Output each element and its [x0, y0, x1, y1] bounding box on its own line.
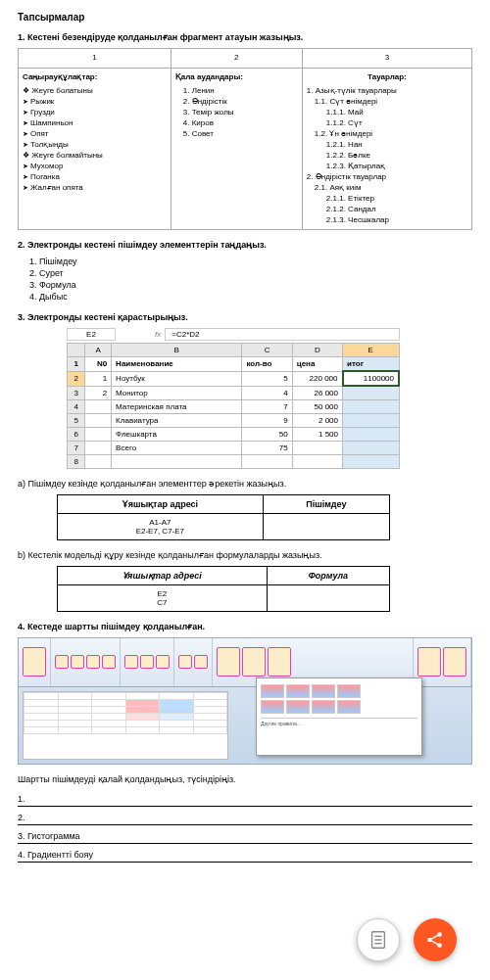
col2-content: Қала аудандары: 1. Ленин 2. Өндірістік 3…	[171, 69, 302, 230]
page-title: Тапсырмалар	[18, 12, 472, 23]
task2-list: 1. Пішімдеу 2. Сурет 3. Формула 4. Дыбыс	[18, 256, 472, 303]
task3a-heading: а) Пішімдеу кезінде қолданылған элементт…	[18, 479, 472, 489]
document-button[interactable]	[357, 918, 400, 961]
task4-footer: Шартты пішімдеуді қалай қолдандыңыз, түс…	[18, 774, 472, 784]
task1-heading: 1. Кестені безендіруде қолданылған фрагм…	[18, 32, 472, 42]
document-icon	[368, 929, 389, 951]
share-button[interactable]	[414, 918, 457, 961]
task1-table: 1 2 3 Саңырауқұлақтар: Жеуге болатыны Ры…	[18, 48, 472, 230]
excel-grid: A B C D E 1 N0 Наименование кол-во цена …	[67, 343, 400, 469]
svg-line-8	[431, 941, 437, 945]
svg-point-4	[427, 938, 432, 943]
svg-line-7	[431, 935, 437, 939]
col1-content: Саңырауқұлақтар: Жеуге болатыны Рыжик Гр…	[19, 69, 172, 230]
svg-point-5	[437, 932, 442, 937]
excel-app-screenshot: Другие правила...	[18, 637, 472, 765]
share-icon	[424, 929, 446, 951]
cell-reference: E2	[67, 328, 116, 341]
conditional-format-popup: Другие правила...	[256, 677, 422, 756]
fx-icon: fx	[155, 330, 161, 339]
task4-heading: 4. Кестеде шартты пішімдеу қолданылған.	[18, 622, 472, 631]
answer-lines: 1. 2. 3. Гистограмма 4. Градиентті бояу	[18, 792, 472, 863]
formula-bar: =C2*D2	[165, 328, 400, 341]
task3b-table: Ұяшықтар адресі Формула Е2 С7	[57, 566, 390, 612]
col3-num: 3	[302, 49, 471, 69]
task3b-heading: b) Кестелік модельді құру кезінде қолдан…	[18, 550, 472, 560]
task3a-table: Ұяшықтар адресі Пішімдеу А1-А7 Е2-Е7, С7…	[57, 494, 390, 540]
col3-content: Тауарлар: 1. Азық-түлік тауарлары 1.1. С…	[302, 69, 471, 230]
svg-point-6	[437, 943, 442, 948]
task3-heading: 3. Электронды кестені қарастырыңыз.	[18, 312, 472, 322]
excel-fragment: E2 fx =C2*D2 A B C D E 1 N0 Наименование…	[67, 328, 400, 469]
col2-num: 2	[171, 49, 302, 69]
col1-num: 1	[19, 49, 172, 69]
task2-heading: 2. Электронды кестені пішімдеу элементте…	[18, 240, 472, 250]
